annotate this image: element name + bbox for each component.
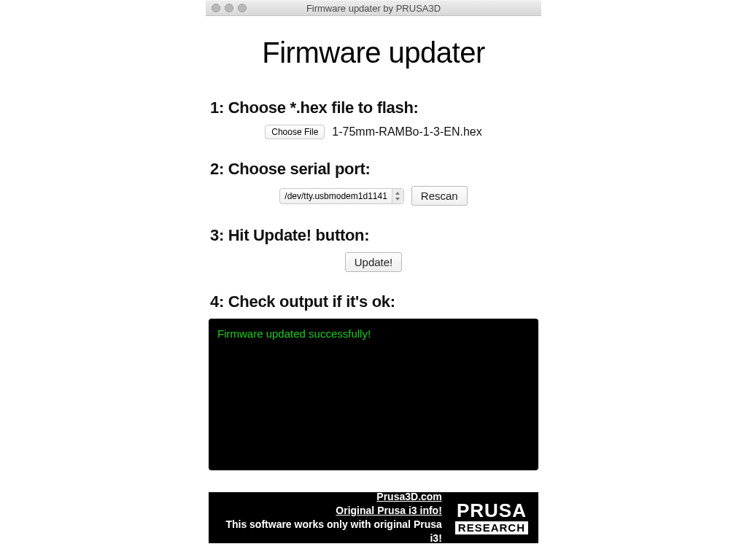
content: Firmware updater 1: Choose *.hex file to… (206, 16, 541, 543)
step3-body: Update! (209, 252, 538, 272)
traffic-lights (212, 4, 247, 12)
minimize-icon[interactable] (225, 4, 233, 12)
step1-label: 1: Choose *.hex file to flash: (210, 98, 538, 117)
choose-file-button[interactable]: Choose File (265, 125, 325, 139)
step2-label: 2: Choose serial port: (210, 160, 538, 179)
titlebar: Firmware updater by PRUSA3D (206, 0, 541, 16)
footer-link-home[interactable]: Prusa3D.com (376, 491, 441, 502)
step3-label: 3: Hit Update! button: (210, 226, 538, 245)
step1-body: Choose File 1-75mm-RAMBo-1-3-EN.hex (209, 125, 538, 139)
page-title: Firmware updater (209, 36, 538, 69)
updown-icon (392, 189, 403, 203)
console-line: Firmware updated successfully! (217, 327, 530, 340)
selected-filename: 1-75mm-RAMBo-1-3-EN.hex (332, 125, 481, 139)
close-icon[interactable] (212, 4, 220, 12)
footer-text: Prusa3D.com Original Prusa i3 info! This… (219, 490, 442, 545)
footer-note: This software works only with original P… (225, 518, 441, 544)
prusa-logo: PRUSA RESEARCH (455, 501, 528, 535)
footer-link-info[interactable]: Original Prusa i3 info! (336, 505, 441, 516)
zoom-icon[interactable] (238, 4, 247, 12)
rescan-button[interactable]: Rescan (411, 186, 468, 206)
window-title: Firmware updater by PRUSA3D (206, 3, 541, 14)
app-window: Firmware updater by PRUSA3D Firmware upd… (206, 0, 541, 543)
serial-port-value: /dev/tty.usbmodem1d1141 (280, 191, 392, 201)
logo-bottom: RESEARCH (455, 521, 528, 535)
output-console: Firmware updated successfully! (209, 319, 538, 470)
footer: Prusa3D.com Original Prusa i3 info! This… (209, 492, 538, 543)
update-button[interactable]: Update! (345, 252, 403, 272)
step4-label: 4: Check output if it's ok: (210, 292, 538, 311)
serial-port-select[interactable]: /dev/tty.usbmodem1d1141 (279, 188, 404, 204)
logo-top: PRUSA (457, 501, 527, 520)
step2-body: /dev/tty.usbmodem1d1141 Rescan (209, 186, 538, 206)
